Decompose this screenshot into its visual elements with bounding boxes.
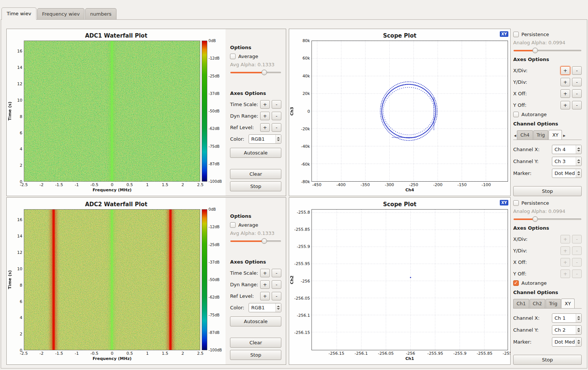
ref-level-decrease-button[interactable]: - xyxy=(272,123,281,132)
time-scale-decrease-button[interactable]: - xyxy=(272,100,281,109)
y-div-increase-button[interactable]: + xyxy=(560,246,570,255)
average-row[interactable]: Average xyxy=(230,222,281,228)
x-off-decrease-button[interactable]: - xyxy=(572,89,582,98)
x-div-decrease-button[interactable]: - xyxy=(572,66,582,75)
scope-display[interactable] xyxy=(311,209,508,350)
average-checkbox[interactable] xyxy=(230,222,236,228)
spin-down-icon[interactable] xyxy=(577,150,580,151)
y-off-decrease-button[interactable]: - xyxy=(572,101,582,109)
spin-down-icon[interactable] xyxy=(277,308,280,310)
channel-y-spinbox[interactable]: Ch 2 xyxy=(552,325,582,335)
tab-numbers[interactable]: numbers xyxy=(85,8,116,19)
spin-arrows[interactable] xyxy=(576,145,581,154)
spin-down-icon[interactable] xyxy=(577,162,580,163)
autorange-row[interactable]: Autorange xyxy=(513,112,582,117)
spin-arrows[interactable] xyxy=(576,157,581,166)
spin-down-icon[interactable] xyxy=(577,174,580,175)
spin-up-icon[interactable] xyxy=(577,171,580,173)
channel-x-spinbox[interactable]: Ch 1 xyxy=(552,313,582,323)
spin-up-icon[interactable] xyxy=(277,137,280,138)
marker-spinbox[interactable]: Dot Med xyxy=(552,337,582,347)
spin-arrows[interactable] xyxy=(275,303,281,312)
stop-button[interactable]: Stop xyxy=(513,186,582,196)
tab-ch4[interactable]: Ch4 xyxy=(517,130,533,140)
dyn-range-increase-button[interactable]: + xyxy=(260,112,270,120)
autoscale-button[interactable]: Autoscale xyxy=(230,148,281,158)
x-off-increase-button[interactable]: + xyxy=(560,89,570,98)
dyn-range-decrease-button[interactable]: - xyxy=(272,280,281,289)
autoscale-button[interactable]: Autoscale xyxy=(230,316,281,326)
slider-knob[interactable] xyxy=(533,216,538,222)
tab-trig[interactable]: Trig xyxy=(533,130,548,140)
average-checkbox[interactable] xyxy=(230,54,236,59)
spin-up-icon[interactable] xyxy=(577,316,580,318)
spin-up-icon[interactable] xyxy=(577,159,580,161)
stop-button[interactable]: Stop xyxy=(230,350,281,360)
slider-knob[interactable] xyxy=(533,48,538,53)
x-div-decrease-button[interactable]: - xyxy=(572,235,582,243)
y-off-decrease-button[interactable]: - xyxy=(572,269,582,278)
tab-ch1[interactable]: Ch1 xyxy=(513,299,529,308)
tab-frequency-view[interactable]: Frequency wiev xyxy=(37,8,84,19)
color-spinbox[interactable]: RGB1 xyxy=(249,134,281,144)
slider-knob[interactable] xyxy=(262,70,267,75)
persistence-row[interactable]: Persistence xyxy=(513,200,582,206)
x-div-increase-button[interactable]: + xyxy=(560,235,570,243)
ref-level-increase-button[interactable]: + xyxy=(260,123,270,132)
spin-up-icon[interactable] xyxy=(277,306,280,307)
dyn-range-decrease-button[interactable]: - xyxy=(272,112,281,120)
average-row[interactable]: Average xyxy=(230,54,281,59)
tab-time-view[interactable]: Time wiev xyxy=(1,7,36,20)
x-off-decrease-button[interactable]: - xyxy=(572,258,582,267)
analog-alpha-slider[interactable] xyxy=(514,48,581,54)
y-off-increase-button[interactable]: + xyxy=(560,269,570,278)
channel-x-spinbox[interactable]: Ch 4 xyxy=(552,145,582,154)
color-spinbox[interactable]: RGB1 xyxy=(249,303,281,312)
spin-arrows[interactable] xyxy=(576,169,581,178)
channel-y-spinbox[interactable]: Ch 3 xyxy=(552,157,582,166)
marker-spinbox[interactable]: Dot Med xyxy=(552,169,582,178)
avg-alpha-slider[interactable] xyxy=(230,70,281,76)
tab-trig[interactable]: Trig xyxy=(546,299,560,308)
adc1-waterfall-display[interactable] xyxy=(24,41,200,182)
autorange-checkbox[interactable] xyxy=(513,112,519,117)
time-scale-decrease-button[interactable]: - xyxy=(272,269,281,277)
tab-xy[interactable]: XY xyxy=(561,299,575,309)
spin-arrows[interactable] xyxy=(576,314,581,322)
x-off-increase-button[interactable]: + xyxy=(560,258,570,267)
spin-arrows[interactable] xyxy=(576,326,581,334)
spin-up-icon[interactable] xyxy=(577,147,580,149)
x-div-increase-button[interactable]: + xyxy=(560,66,570,75)
autorange-row[interactable]: Autorange xyxy=(513,280,582,286)
adc2-waterfall-display[interactable] xyxy=(24,209,200,350)
slider-knob[interactable] xyxy=(262,238,267,244)
time-scale-increase-button[interactable]: + xyxy=(260,269,270,277)
y-div-increase-button[interactable]: + xyxy=(560,78,570,86)
ref-level-decrease-button[interactable]: - xyxy=(272,292,281,300)
dyn-range-increase-button[interactable]: + xyxy=(260,280,270,289)
spin-down-icon[interactable] xyxy=(577,319,580,320)
tab-xy[interactable]: XY xyxy=(549,130,562,140)
clear-button[interactable]: Clear xyxy=(230,169,281,179)
persistence-checkbox[interactable] xyxy=(513,32,519,37)
scope-display[interactable] xyxy=(311,41,508,182)
spin-arrows[interactable] xyxy=(576,338,581,346)
stop-button[interactable]: Stop xyxy=(513,355,582,365)
tabs-scroll-right-icon[interactable]: ▶ xyxy=(562,134,566,140)
spin-down-icon[interactable] xyxy=(277,140,280,141)
stop-button[interactable]: Stop xyxy=(230,181,281,191)
ref-level-increase-button[interactable]: + xyxy=(260,292,270,300)
persistence-checkbox[interactable] xyxy=(513,200,519,206)
spin-arrows[interactable] xyxy=(275,135,281,143)
y-div-decrease-button[interactable]: - xyxy=(572,246,582,255)
time-scale-increase-button[interactable]: + xyxy=(260,100,270,109)
avg-alpha-slider[interactable] xyxy=(230,238,281,244)
autorange-checkbox[interactable] xyxy=(513,280,519,286)
tab-ch2[interactable]: Ch2 xyxy=(530,299,546,308)
spin-up-icon[interactable] xyxy=(577,340,580,341)
tabs-scroll-left-icon[interactable]: ◀ xyxy=(513,134,517,140)
persistence-row[interactable]: Persistence xyxy=(513,32,582,37)
spin-down-icon[interactable] xyxy=(577,331,580,332)
y-off-increase-button[interactable]: + xyxy=(560,101,570,109)
spin-down-icon[interactable] xyxy=(577,342,580,344)
